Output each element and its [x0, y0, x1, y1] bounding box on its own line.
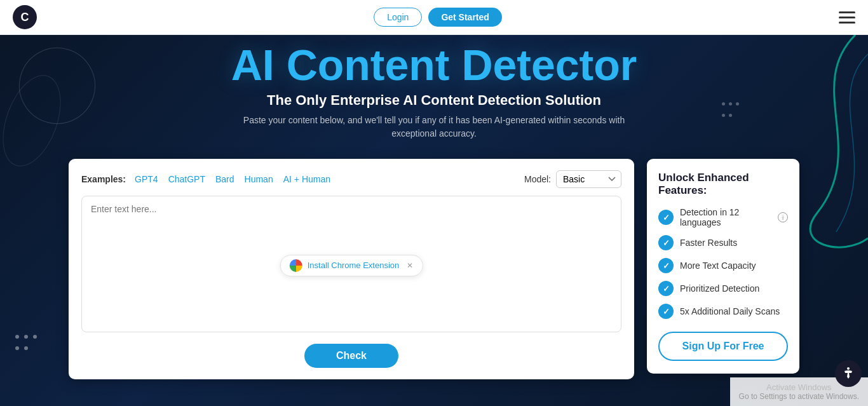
- activate-subtitle: Go to Settings to activate Windows.: [739, 392, 859, 401]
- unlock-title: Unlock Enhanced Features:: [658, 172, 788, 197]
- textarea-wrapper: Install Chrome Extension ✕: [81, 196, 621, 335]
- navbar: C Login Get Started: [0, 0, 868, 35]
- examples-section: Examples: GPT4 ChatGPT Bard Human AI + H…: [81, 174, 330, 184]
- hero-section: AI Content Detector The Only Enterprise …: [0, 35, 868, 406]
- hamburger-menu[interactable]: [839, 11, 855, 24]
- navbar-actions: Login Get Started: [374, 8, 502, 27]
- check-circle-icon: [658, 281, 674, 296]
- check-btn-row: Check: [81, 344, 621, 368]
- close-badge-icon[interactable]: ✕: [407, 261, 413, 270]
- hero-content: AI Content Detector The Only Enterprise …: [0, 35, 868, 140]
- deco-dots-left: [13, 332, 39, 355]
- feature-item-prioritized-detection: Prioritized Detection: [658, 281, 788, 296]
- feature-label-more-text: More Text Capacity: [680, 261, 788, 271]
- chrome-ext-label: Install Chrome Extension: [308, 261, 400, 270]
- check-circle-icon: [658, 210, 674, 225]
- left-panel: Examples: GPT4 ChatGPT Bard Human AI + H…: [69, 159, 634, 379]
- check-circle-icon: [658, 258, 674, 273]
- accessibility-button[interactable]: [835, 360, 862, 387]
- model-row: Model: Basic Advanced Premium: [524, 170, 621, 188]
- check-circle-icon: [658, 304, 674, 319]
- svg-point-0: [847, 367, 850, 370]
- model-label: Model:: [524, 174, 551, 184]
- accessibility-icon: [841, 366, 856, 381]
- hero-subtitle: The Only Enterprise AI Content Detection…: [0, 92, 868, 109]
- signup-button[interactable]: Sign Up For Free: [658, 332, 788, 361]
- feature-label-scans: 5x Additional Daily Scans: [680, 306, 788, 316]
- example-chatgpt[interactable]: ChatGPT: [168, 174, 205, 184]
- feature-item-faster-results: Faster Results: [658, 235, 788, 250]
- feature-label-faster-results: Faster Results: [680, 238, 788, 248]
- right-panel: Unlock Enhanced Features: Detection in 1…: [647, 159, 799, 374]
- info-icon-detection[interactable]: i: [778, 212, 788, 222]
- chrome-icon: [290, 259, 302, 272]
- example-ai-human[interactable]: AI + Human: [283, 174, 330, 184]
- feature-list: Detection in 12 languages i Faster Resul…: [658, 207, 788, 319]
- examples-model-row: Examples: GPT4 ChatGPT Bard Human AI + H…: [81, 170, 621, 188]
- get-started-button[interactable]: Get Started: [428, 8, 501, 27]
- logo[interactable]: C: [13, 5, 37, 29]
- example-gpt4[interactable]: GPT4: [135, 174, 158, 184]
- examples-label: Examples:: [81, 174, 126, 184]
- hero-description: Paste your content below, and we'll tell…: [227, 114, 641, 140]
- hero-title: AI Content Detector: [0, 41, 868, 89]
- feature-label-prioritized: Prioritized Detection: [680, 283, 788, 294]
- hamburger-line: [839, 11, 855, 13]
- chrome-extension-badge[interactable]: Install Chrome Extension ✕: [280, 255, 423, 276]
- logo-letter: C: [21, 11, 29, 24]
- feature-label-detection-languages: Detection in 12 languages: [680, 207, 771, 227]
- example-links: GPT4 ChatGPT Bard Human AI + Human: [135, 174, 330, 184]
- model-select[interactable]: Basic Advanced Premium: [556, 170, 621, 188]
- feature-item-additional-scans: 5x Additional Daily Scans: [658, 304, 788, 319]
- check-button[interactable]: Check: [304, 344, 398, 368]
- example-bard[interactable]: Bard: [215, 174, 234, 184]
- hamburger-line: [839, 17, 855, 18]
- panels-area: Examples: GPT4 ChatGPT Bard Human AI + H…: [69, 159, 799, 379]
- hamburger-line: [839, 22, 855, 24]
- feature-item-more-text: More Text Capacity: [658, 258, 788, 273]
- feature-item-detection-languages: Detection in 12 languages i: [658, 207, 788, 227]
- example-human[interactable]: Human: [245, 174, 273, 184]
- login-button[interactable]: Login: [374, 8, 422, 27]
- check-circle-icon: [658, 235, 674, 250]
